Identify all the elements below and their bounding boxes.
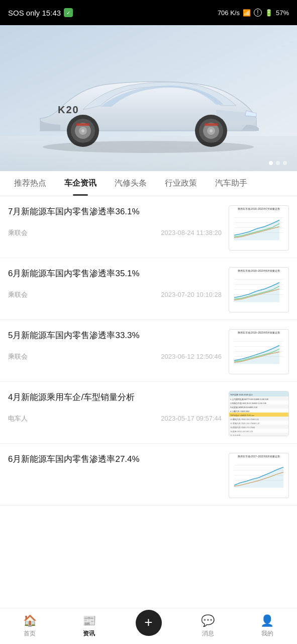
nav-tabs: 推荐热点 车企资讯 汽修头条 行业政策 汽车助手 xyxy=(0,171,297,196)
news-time-3: 2023-06-12 12:50:46 xyxy=(161,353,222,360)
news-title-1: 7月新能源车国内零售渗透率36.1% xyxy=(8,205,222,218)
battery-icon: 🔋 xyxy=(265,9,273,17)
svg-text:3.比亚迪          18395  28.91  6: 3.比亚迪 18395 28.91 64001 3.50 xyxy=(230,406,257,409)
hero-banner[interactable]: K20 xyxy=(0,25,297,171)
svg-text:2.特斯拉中国      1820  39.22  1500: 2.特斯拉中国 1820 39.22 150002 11.04 0.08 xyxy=(230,402,266,405)
svg-text:4.小鹏汽车                15800  3: 4.小鹏汽车 15800 3060 xyxy=(230,410,249,413)
svg-text:1.上汽通用五菱 84777  6.83  211806  : 1.上汽通用五菱 84777 6.83 211806 11.82 0.08 xyxy=(230,398,268,400)
news-meta-3: 乘联会 2023-06-12 12:50:46 xyxy=(8,352,222,361)
signal-icon: 📶 xyxy=(243,9,251,17)
profile-icon: 👤 xyxy=(260,614,274,627)
chart-svg-1 xyxy=(229,211,285,244)
tab-repair[interactable]: 汽修头条 xyxy=(106,171,156,196)
news-source-2: 乘联会 xyxy=(8,290,28,299)
news-title-2: 6月新能源车国内零售渗透率35.1% xyxy=(8,267,222,280)
carousel-dots xyxy=(269,161,287,165)
news-thumb-5: 乘用车市场-2017~2022年6月销量走势 xyxy=(229,453,289,498)
news-source-4: 电车人 xyxy=(8,414,28,423)
dot-2 xyxy=(276,161,280,165)
dot-1 xyxy=(269,161,273,165)
chart-title-3: 乘用车市场-2019~2023年5月销量走势 xyxy=(229,330,288,335)
status-left: SOS only 15:43 ✓ xyxy=(8,8,73,17)
home-icon: 🏠 xyxy=(23,614,37,627)
alert-icon: ! xyxy=(254,9,262,17)
news-content-2: 6月新能源车国内零售渗透率35.1% 乘联会 2023-07-20 10:10:… xyxy=(8,267,222,299)
news-title-3: 5月新能源车国内零售渗透率33.3% xyxy=(8,329,222,342)
news-meta-2: 乘联会 2023-07-20 10:10:28 xyxy=(8,290,222,299)
news-content-4: 4月新能源乘用车企/车型销量分析 电车人 2023-05-17 09:57:44 xyxy=(8,391,222,423)
tab-auto-news[interactable]: 车企资讯 xyxy=(55,171,106,196)
dot-3 xyxy=(283,161,287,165)
svg-text:13.理想汽车   7049  1.75  3.7640: 13.理想汽车 7049 1.75 3.7640 xyxy=(230,426,255,429)
chart-svg-4: TOP品牌 2019 2020 总计 1.上汽通用五菱 84777 6.83 2… xyxy=(229,391,289,436)
svg-text:K20: K20 xyxy=(58,104,79,115)
nav-add[interactable]: + xyxy=(119,610,178,638)
svg-text:11.哪吒汽车   7859  1.96  5.7040  : 11.哪吒汽车 7859 1.96 5.7040 3.25 xyxy=(230,418,259,421)
news-time-1: 2023-08-24 11:38:20 xyxy=(161,229,222,236)
svg-text:14.蔚来         5074  1.26  5.00: 14.蔚来 5074 1.26 5.00 1.72 xyxy=(230,430,253,433)
svg-text:TOP10合计 434028  71.65  xxx: TOP10合计 434028 71.65 xxx xyxy=(230,414,254,417)
svg-text:12.零跑汽车   7635  1.56  3.76040 : 12.零跑汽车 7635 1.56 3.76040 1.27 xyxy=(230,422,260,425)
nav-profile-label: 我的 xyxy=(261,629,273,638)
messages-icon: 💬 xyxy=(201,614,215,627)
news-content-5: 6月新能源车国内零售渗透率27.4% xyxy=(8,453,222,476)
news-time-2: 2023-07-20 10:10:28 xyxy=(161,291,222,298)
battery-level: 57% xyxy=(276,9,289,17)
chart-title-1: 乘用车市场-2019~2023年7月销量走势 xyxy=(229,206,288,211)
nav-home-label: 首页 xyxy=(24,629,36,638)
nav-profile[interactable]: 👤 我的 xyxy=(238,614,297,638)
news-source-3: 乘联会 xyxy=(8,352,28,361)
svg-point-11 xyxy=(210,129,213,132)
nav-news[interactable]: 📰 资讯 xyxy=(59,614,119,638)
news-source-1: 乘联会 xyxy=(8,228,28,237)
chart-title-2: 乘用车市场-2019~2023年6月销量走势 xyxy=(229,268,288,273)
news-item-2[interactable]: 6月新能源车国内零售渗透率35.1% 乘联会 2023-07-20 10:10:… xyxy=(0,258,297,320)
news-list: 7月新能源车国内零售渗透率36.1% 乘联会 2023-08-24 11:38:… xyxy=(0,196,297,506)
svg-point-6 xyxy=(81,129,84,132)
news-item-1[interactable]: 7月新能源车国内零售渗透率36.1% 乘联会 2023-08-24 11:38:… xyxy=(0,196,297,258)
chart-svg-5 xyxy=(229,459,285,492)
news-thumb-3: 乘用车市场-2019~2023年5月销量走势 xyxy=(229,329,289,374)
svg-text:15.大众汽车: 15.大众汽车 xyxy=(230,434,241,436)
chart-svg-2 xyxy=(229,273,285,306)
news-content-3: 5月新能源车国内零售渗透率33.3% 乘联会 2023-06-12 12:50:… xyxy=(8,329,222,361)
status-time: SOS only 15:43 xyxy=(8,9,61,17)
bottom-nav: 🏠 首页 📰 资讯 + 💬 消息 👤 我的 xyxy=(0,608,297,644)
tab-assistant[interactable]: 汽车助手 xyxy=(206,171,256,196)
status-bar: SOS only 15:43 ✓ 706 K/s 📶 ! 🔋 57% xyxy=(0,0,297,25)
chart-svg-3 xyxy=(229,335,285,368)
news-thumb-4: TOP品牌 2019 2020 总计 1.上汽通用五菱 84777 6.83 2… xyxy=(229,391,289,436)
nav-news-label: 资讯 xyxy=(83,629,95,638)
network-speed: 706 K/s xyxy=(218,9,240,17)
news-meta-4: 电车人 2023-05-17 09:57:44 xyxy=(8,414,222,423)
main-content: K20 推荐热点 车企资讯 汽修头条 行业政策 汽车助手 7月新能源车国内零售渗… xyxy=(0,25,297,546)
news-thumb-2: 乘用车市场-2019~2023年6月销量走势 xyxy=(229,267,289,312)
car-illustration: K20 xyxy=(0,25,297,171)
status-right: 706 K/s 📶 ! 🔋 57% xyxy=(218,9,289,17)
news-title-5: 6月新能源车国内零售渗透率27.4% xyxy=(8,453,222,466)
news-item-3[interactable]: 5月新能源车国内零售渗透率33.3% 乘联会 2023-06-12 12:50:… xyxy=(0,320,297,382)
news-meta-1: 乘联会 2023-08-24 11:38:20 xyxy=(8,228,222,237)
svg-text:TOP品牌  2019  2020  总计: TOP品牌 2019 2020 总计 xyxy=(230,393,253,396)
news-thumb-1: 乘用车市场-2019~2023年7月销量走势 xyxy=(229,205,289,251)
wechat-icon: ✓ xyxy=(64,8,73,17)
chart-title-5: 乘用车市场-2017~2022年6月销量走势 xyxy=(229,453,288,459)
news-title-4: 4月新能源乘用车企/车型销量分析 xyxy=(8,391,222,404)
add-icon: + xyxy=(144,615,152,629)
nav-messages-label: 消息 xyxy=(202,629,214,638)
svg-point-13 xyxy=(43,141,254,153)
tab-recommended[interactable]: 推荐热点 xyxy=(5,171,55,196)
nav-home[interactable]: 🏠 首页 xyxy=(0,614,59,638)
news-item-4[interactable]: 4月新能源乘用车企/车型销量分析 电车人 2023-05-17 09:57:44… xyxy=(0,382,297,444)
nav-messages[interactable]: 💬 消息 xyxy=(178,614,238,638)
news-item-5[interactable]: 6月新能源车国内零售渗透率27.4% 乘用车市场-2017~2022年6月销量走… xyxy=(0,444,297,506)
news-time-4: 2023-05-17 09:57:44 xyxy=(161,415,222,422)
add-button[interactable]: + xyxy=(136,610,162,636)
news-content-1: 7月新能源车国内零售渗透率36.1% 乘联会 2023-08-24 11:38:… xyxy=(8,205,222,237)
tab-policy[interactable]: 行业政策 xyxy=(156,171,206,196)
news-icon: 📰 xyxy=(82,614,96,627)
